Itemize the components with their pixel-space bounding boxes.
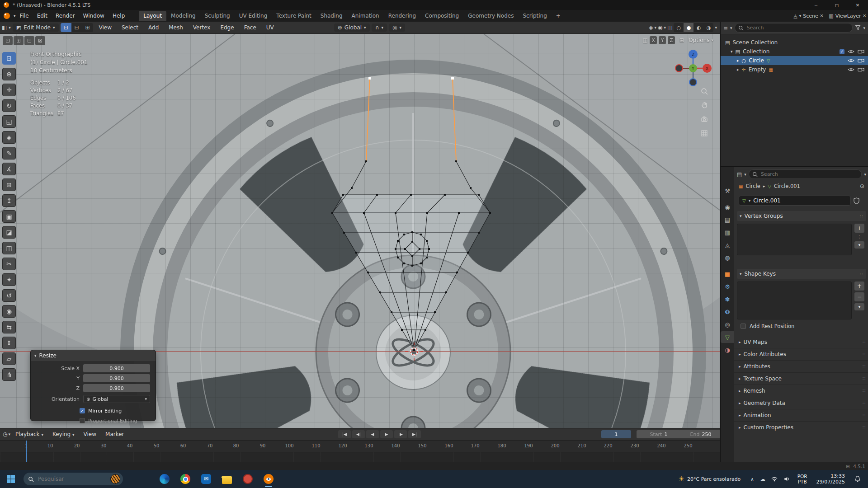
scene-chevron-icon[interactable]: ▾ [799,14,802,18]
hide-viewport-eye-icon[interactable] [848,67,854,72]
tab-modifiers[interactable]: ⚙ [721,281,734,292]
taskbar-search[interactable] [24,473,123,485]
panel-collapse-icon[interactable]: ▾ [34,353,37,358]
resize-panel-header[interactable]: ▾ Resize [31,350,156,361]
menu-timeline-view[interactable]: View [80,430,100,439]
frame-start-field[interactable]: Start1 [637,430,681,438]
shading-wireframe-button[interactable]: ○ [674,23,684,32]
gizmo-z-label[interactable]: Z [692,52,694,57]
section-shape-keys[interactable]: ▾ Shape Keys ∷ [737,269,866,279]
menu-file[interactable]: File [16,11,33,20]
empty-expand-icon[interactable]: ▸ [737,67,739,72]
add-workspace-button[interactable]: + [552,11,565,21]
menu-keying[interactable]: Keying ▾ [48,430,79,439]
section-geometry-data[interactable]: ▸Geometry Data∷ [734,397,868,408]
properties-editor-chevron-icon[interactable]: ▾ [744,172,746,177]
properties-filter-chevron-icon[interactable]: ▾ [864,172,866,177]
shading-rendered-button[interactable]: ◑ [703,23,713,32]
outliner-row-collection[interactable]: ▾ ▤ Collection ✓ [721,47,868,56]
next-keyframe-button[interactable]: |▶ [394,430,407,438]
grid-toggle-icon[interactable] [700,129,708,137]
search-highlight-icon[interactable] [110,474,120,484]
outliner-search[interactable] [735,23,853,33]
tool-rotate[interactable]: ↻ [2,99,16,112]
outliner-search-input[interactable] [746,24,849,31]
gizmo-y-label[interactable]: Y [691,66,694,71]
tray-expand-chevron-icon[interactable]: ∧ [750,477,754,482]
tab-render[interactable]: ◉ [721,201,734,213]
timeline-editor-chevron-icon[interactable]: ▾ [8,432,10,436]
show-desktop-button[interactable] [866,470,868,488]
section-texture-space[interactable]: ▸Texture Space∷ [734,372,868,384]
menu-render[interactable]: Render [52,11,79,20]
section-animation[interactable]: ▸Animation∷ [734,409,868,421]
overlays-icon[interactable]: ◉ [658,24,662,31]
gizmo-x-label[interactable]: X [706,66,708,71]
tab-output[interactable]: ▤ [721,214,734,225]
menu-mesh[interactable]: Mesh [165,23,187,32]
tool-annotate[interactable]: ✎ [2,147,16,160]
onedrive-cloud-icon[interactable]: ☁ [760,476,765,482]
viewlayer-icon[interactable]: ▥ [829,13,833,19]
face-select-button[interactable]: ⊞ [82,23,93,32]
show-gizmos-icon[interactable]: ◈ [649,24,653,31]
app-icon-file-explorer[interactable] [222,474,232,484]
tab-animation[interactable]: Animation [347,11,384,21]
breadcrumb-data[interactable]: Circle.001 [774,183,800,189]
add-vertex-group-button[interactable]: + [854,224,864,233]
tool-move[interactable]: ✛ [2,84,16,96]
scene-unlink-icon[interactable]: ✕ [820,14,824,18]
section-remesh[interactable]: ▸Remesh∷ [734,385,868,396]
tab-material[interactable]: ◑ [721,344,734,356]
fake-user-shield-icon[interactable] [854,197,859,204]
mirror-z-button[interactable]: Z [668,36,675,44]
gizmos-chevron-icon[interactable]: ▾ [655,25,657,30]
collection-expand-icon[interactable]: ▾ [731,49,733,54]
tool-transform[interactable]: ◈ [2,131,16,144]
tool-edge-slide[interactable]: ⇆ [2,321,16,333]
outliner-editor-chevron-icon[interactable]: ▾ [730,26,732,30]
xray-toggle-icon[interactable]: ◫ [667,24,672,31]
tab-view-layer[interactable]: ▥ [721,226,734,238]
tab-scene[interactable]: ◬ [721,239,734,251]
taskbar-weather[interactable]: ☀ 20°C Parc ensolarado [679,475,741,483]
app-icon-chrome[interactable] [180,474,191,484]
disable-render-camera-icon[interactable] [858,58,864,63]
playhead-line[interactable] [26,452,27,463]
tab-particles[interactable]: ✽ [721,293,734,305]
language-indicator[interactable]: POR PTB [797,474,807,484]
tab-layout[interactable]: Layout [139,11,166,21]
editor-type-timeline-icon[interactable]: ◷ [3,431,7,437]
tab-world[interactable]: ◍ [721,252,734,263]
tool-extrude-region[interactable]: ↥ [2,194,16,207]
prev-keyframe-button[interactable]: ◀| [352,430,365,438]
timeline-track-area[interactable] [0,452,720,463]
scale-z-field[interactable]: 0.900 [83,384,150,392]
menu-edge[interactable]: Edge [216,23,238,32]
tab-constraints[interactable]: ◎ [721,319,734,330]
editor-type-3d-icon[interactable]: ◧ [2,24,7,31]
tool-cursor[interactable]: ⊕ [2,68,16,80]
scene-selector[interactable]: Scene [803,13,818,19]
tool-poly-build[interactable]: ✦ [2,273,16,286]
tool-inset-faces[interactable]: ▣ [2,210,16,223]
app-icon-record[interactable] [242,474,253,484]
tab-rendering[interactable]: Rendering [384,11,420,21]
tab-texture-paint[interactable]: Texture Paint [272,11,316,21]
circle-expand-icon[interactable]: ▸ [737,58,739,63]
tool-shear[interactable]: ▱ [2,352,16,365]
tab-sculpting[interactable]: Sculpting [200,11,235,21]
shape-keys-list[interactable] [737,282,852,319]
viewport-canvas[interactable]: ⊡ ⊞ ⊟ ⊠ ◫ X Y Z ⊞ Options ▾ Front Orthog… [0,34,720,428]
shading-chevron-icon[interactable]: ▾ [715,25,717,30]
vertex-select-button[interactable]: ⊡ [61,23,71,32]
orientation-select[interactable]: ⊕ Global ▾ [83,395,150,403]
snap-base-icon[interactable]: ⊞ [679,37,684,43]
tool-knife[interactable]: ✂ [2,258,16,270]
tab-uv-editing[interactable]: UV Editing [235,11,272,21]
menu-vertex[interactable]: Vertex [189,23,215,32]
datablock-name-field[interactable]: ▽ ▾ Circle.001 [739,196,851,206]
play-reverse-button[interactable]: ◀ [366,430,379,438]
edge-select-button[interactable]: ⊟ [71,23,82,32]
tool-spin[interactable]: ↺ [2,289,16,302]
